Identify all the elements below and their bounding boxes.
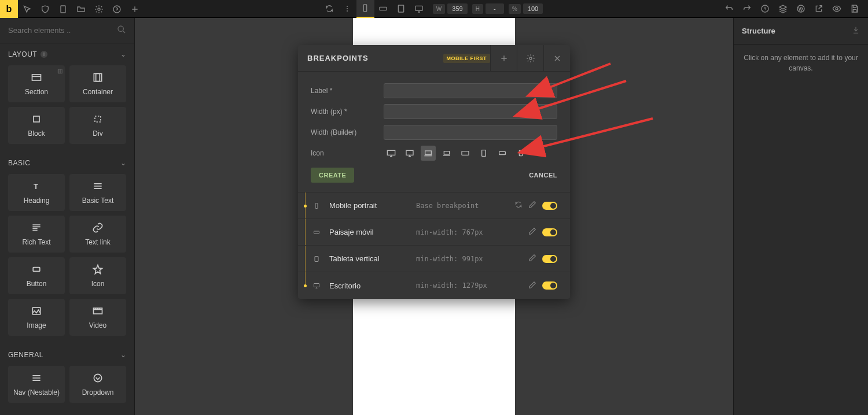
elem-div[interactable]: Div xyxy=(69,107,126,144)
add-breakpoint-button[interactable] xyxy=(490,45,517,72)
cat-general-header[interactable]: GENERAL ⌄ xyxy=(0,344,134,364)
cursor-icon[interactable] xyxy=(18,0,36,18)
icon-field-label: Icon xyxy=(311,149,384,157)
h-value[interactable]: - xyxy=(486,3,504,14)
mobile-portrait-icon[interactable] xyxy=(356,0,374,18)
structure-title: Structure xyxy=(742,27,775,35)
save-icon[interactable] xyxy=(845,0,863,18)
gear-icon[interactable] xyxy=(90,0,108,18)
breakpoint-row: Tableta vertical min-width: 991px xyxy=(298,246,570,272)
elem-text-link[interactable]: Text link xyxy=(69,216,126,253)
svg-point-22 xyxy=(94,374,101,381)
folder-icon[interactable] xyxy=(72,0,90,18)
external-icon[interactable] xyxy=(810,0,827,18)
toggle[interactable] xyxy=(542,281,557,290)
topbar-right xyxy=(720,0,868,17)
elem-label: Text link xyxy=(85,238,110,246)
general-grid: Nav (Nestable) Dropdown xyxy=(0,364,134,411)
cancel-button[interactable]: CANCEL xyxy=(529,172,557,179)
cat-basic-header[interactable]: BASIC ⌄ xyxy=(0,152,134,172)
icon-opt-mobile-land[interactable] xyxy=(495,146,510,161)
toggle[interactable] xyxy=(542,228,557,236)
tablet-icon[interactable] xyxy=(392,0,410,18)
bp-name: Tableta vertical xyxy=(329,254,416,263)
elem-button[interactable]: Button xyxy=(8,257,65,294)
svg-rect-27 xyxy=(444,151,449,154)
download-icon[interactable] xyxy=(852,26,860,36)
elem-video[interactable]: Video xyxy=(69,299,126,336)
w-value[interactable]: 359 xyxy=(447,3,467,14)
mobile-landscape-icon[interactable] xyxy=(374,0,392,18)
label-input[interactable] xyxy=(384,83,557,98)
sync-icon[interactable] xyxy=(514,201,523,210)
mobile-landscape-icon xyxy=(312,228,321,236)
bp-connector xyxy=(305,246,306,272)
chevron-down-icon: ⌄ xyxy=(120,50,127,58)
icon-opt-mobile-port[interactable] xyxy=(513,146,528,161)
logo[interactable]: b xyxy=(0,0,18,18)
elem-rich-text[interactable]: Rich Text xyxy=(8,216,65,253)
icon-opt-tablet-port[interactable] xyxy=(476,146,491,161)
modal-header: BREAKPOINTS MOBILE FIRST xyxy=(298,45,570,72)
elem-container[interactable]: Container xyxy=(69,65,126,102)
elem-label: Button xyxy=(27,280,47,288)
elem-dropdown[interactable]: Dropdown xyxy=(69,366,126,403)
svg-rect-8 xyxy=(399,5,404,12)
breakpoint-list: Mobile portrait Base breakpoint Paisaje … xyxy=(298,192,570,299)
icon-picker xyxy=(384,146,528,161)
more-icon[interactable] xyxy=(339,0,356,18)
edit-icon[interactable] xyxy=(528,281,536,291)
desktop-icon[interactable] xyxy=(410,0,428,18)
icon-opt-laptop-sm[interactable] xyxy=(439,146,454,161)
modal-settings-button[interactable] xyxy=(517,45,543,72)
elem-label: Image xyxy=(27,321,46,329)
search-icon[interactable] xyxy=(117,25,126,36)
history-icon[interactable] xyxy=(756,0,774,18)
toggle[interactable] xyxy=(542,255,557,263)
h-label: H xyxy=(472,4,483,14)
icon-opt-desktop-lg[interactable] xyxy=(384,146,399,161)
edit-icon[interactable] xyxy=(528,201,536,210)
cat-layout-header[interactable]: LAYOUT i ⌄ xyxy=(0,43,134,63)
elem-block[interactable]: Block xyxy=(8,107,65,144)
svg-rect-17 xyxy=(95,116,101,122)
icon-opt-laptop[interactable] xyxy=(421,146,436,161)
width-input[interactable] xyxy=(384,104,557,119)
edit-icon[interactable] xyxy=(528,254,536,264)
page-icon[interactable] xyxy=(54,0,72,18)
search-input[interactable] xyxy=(8,26,117,35)
redo-icon[interactable] xyxy=(738,0,756,18)
elem-basic-text[interactable]: Basic Text xyxy=(69,174,126,211)
topbar: b W 359 H - % 100 xyxy=(0,0,868,18)
wordpress-icon[interactable] xyxy=(792,0,810,18)
builder-input[interactable] xyxy=(384,125,557,140)
create-button[interactable]: CREATE xyxy=(311,168,354,183)
layers-icon[interactable] xyxy=(774,0,792,18)
elem-icon[interactable]: Icon xyxy=(69,257,126,294)
cat-title: LAYOUT xyxy=(8,50,37,58)
eye-icon[interactable] xyxy=(827,0,845,18)
elem-heading[interactable]: THeading xyxy=(8,174,65,211)
left-panel: LAYOUT i ⌄ ▥Section Container Block Div … xyxy=(0,18,135,415)
plus-icon[interactable] xyxy=(126,0,144,18)
elem-image[interactable]: Image xyxy=(8,299,65,336)
shield-icon[interactable] xyxy=(36,0,54,18)
bp-connector xyxy=(305,219,306,245)
refresh-icon[interactable] xyxy=(321,0,339,18)
width-field-label: Width (px) * xyxy=(311,108,384,116)
chevron-down-icon: ⌄ xyxy=(120,351,127,359)
bp-meta: min-width: 767px xyxy=(416,228,528,236)
undo-icon[interactable] xyxy=(720,0,738,18)
elem-label: Container xyxy=(83,88,113,96)
close-button[interactable] xyxy=(543,45,570,72)
icon-opt-desktop[interactable] xyxy=(402,146,417,161)
icon-opt-tablet-land[interactable] xyxy=(458,146,473,161)
edit-icon[interactable] xyxy=(528,227,536,237)
pct-value[interactable]: 100 xyxy=(523,3,543,14)
search-row xyxy=(0,18,134,43)
svg-rect-24 xyxy=(387,150,395,155)
toggle[interactable] xyxy=(542,202,557,210)
help-icon[interactable] xyxy=(108,0,126,18)
elem-section[interactable]: ▥Section xyxy=(8,65,65,102)
elem-nav[interactable]: Nav (Nestable) xyxy=(8,366,65,403)
